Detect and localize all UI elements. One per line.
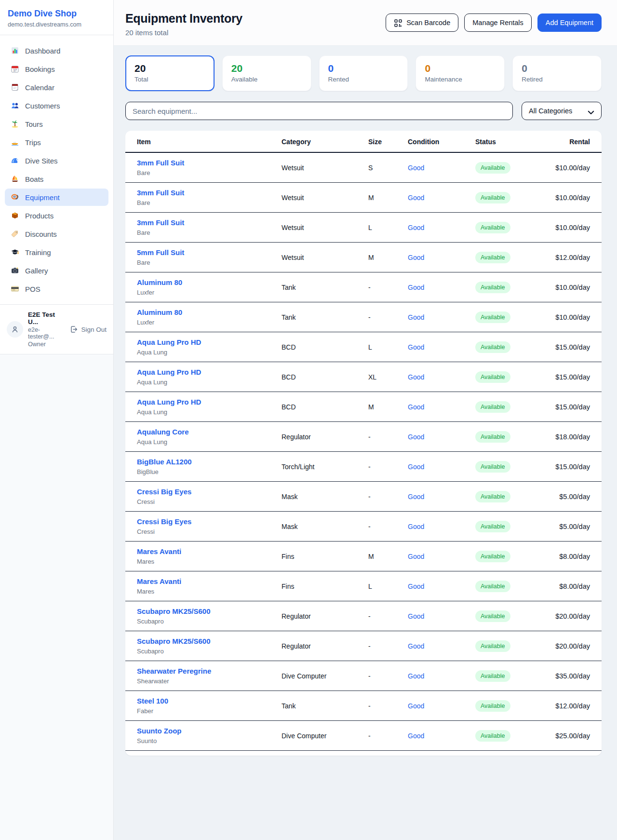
item-link[interactable]: Scubapro MK25/S600: [137, 607, 211, 615]
status-badge: Available: [475, 282, 510, 293]
bookings-calendar-icon: 17: [11, 65, 19, 73]
item-link[interactable]: Aluminum 80: [137, 308, 182, 316]
sidebar-item-discounts[interactable]: Discounts: [5, 225, 108, 243]
sidebar-nav: Dashboard 17 Bookings Calendar Customers…: [0, 35, 113, 304]
item-link[interactable]: Mares Avanti: [137, 547, 181, 555]
item-condition-link[interactable]: Good: [408, 463, 424, 471]
item-link[interactable]: Steel 100: [137, 697, 168, 705]
table-row: Suunto Zoop Suunto Dive Computer - Good …: [125, 721, 602, 751]
item-condition-link[interactable]: Good: [408, 702, 424, 710]
stat-card-retired[interactable]: 0 Retired: [512, 55, 602, 91]
barcode-scan-icon: [394, 19, 402, 27]
item-link[interactable]: 5mm Full Suit: [137, 248, 184, 257]
item-size: -: [368, 702, 408, 710]
sidebar-item-products[interactable]: Products: [5, 207, 108, 224]
category-selected-value: All Categories: [529, 107, 572, 115]
item-link[interactable]: 3mm Full Suit: [137, 218, 184, 227]
sidebar-item-bookings[interactable]: 17 Bookings: [5, 60, 108, 78]
item-condition-link[interactable]: Good: [408, 164, 424, 172]
item-link[interactable]: Mares Avanti: [137, 577, 181, 585]
item-condition-link[interactable]: Good: [408, 313, 424, 321]
item-brand: Cressi: [137, 528, 282, 535]
item-condition-link[interactable]: Good: [408, 343, 424, 351]
table-header-row: Item Category Size Condition Status Rent…: [125, 131, 602, 153]
item-size: -: [368, 463, 408, 471]
stat-card-available[interactable]: 20 Available: [222, 55, 311, 91]
item-condition-link[interactable]: Good: [408, 642, 424, 650]
item-link[interactable]: 3mm Full Suit: [137, 159, 184, 167]
item-condition-link[interactable]: Good: [408, 553, 424, 560]
sidebar-item-pos[interactable]: POS: [5, 280, 108, 298]
palm-tree-icon: [11, 120, 19, 128]
item-brand: Luxfer: [137, 319, 282, 326]
stat-card-rented[interactable]: 0 Rented: [319, 55, 408, 91]
stat-card-maintenance[interactable]: 0 Maintenance: [416, 55, 505, 91]
table-row: Aqualung Core Aqua Lung Regulator - Good…: [125, 422, 602, 452]
shop-name[interactable]: Demo Dive Shop: [8, 9, 106, 19]
sidebar-item-gallery[interactable]: Gallery: [5, 262, 108, 279]
table-row: Aluminum 80 Luxfer Tank - Good Available…: [125, 272, 602, 302]
table-row: Scubapro MK25/S600 Scubapro Regulator - …: [125, 631, 602, 661]
search-input[interactable]: [125, 102, 513, 120]
sidebar-item-dashboard[interactable]: Dashboard: [5, 42, 108, 59]
status-badge: Available: [475, 551, 510, 562]
scan-barcode-label: Scan Barcode: [406, 19, 450, 27]
item-brand: Aqua Lung: [137, 408, 282, 416]
item-condition-link[interactable]: Good: [408, 433, 424, 441]
sidebar-item-dive-sites[interactable]: Dive Sites: [5, 152, 108, 169]
item-condition-link[interactable]: Good: [408, 194, 424, 202]
stat-card-total[interactable]: 20 Total: [125, 55, 215, 91]
item-link[interactable]: Shearwater Peregrine: [137, 667, 211, 675]
item-link[interactable]: Scubapro MK25/S600: [137, 637, 211, 645]
item-rental: $20.00/day: [548, 612, 590, 620]
scan-barcode-button[interactable]: Scan Barcode: [386, 14, 458, 32]
item-condition-link[interactable]: Good: [408, 403, 424, 411]
item-condition-link[interactable]: Good: [408, 373, 424, 381]
add-equipment-button[interactable]: Add Equipment: [537, 14, 602, 32]
item-size: L: [368, 583, 408, 590]
sidebar-item-equipment[interactable]: Equipment: [5, 189, 108, 206]
item-link[interactable]: BigBlue AL1200: [137, 458, 192, 466]
item-condition-link[interactable]: Good: [408, 523, 424, 530]
item-condition-link[interactable]: Good: [408, 583, 424, 590]
item-brand: Bare: [137, 169, 282, 176]
manage-rentals-button[interactable]: Manage Rentals: [464, 14, 532, 32]
status-badge: Available: [475, 431, 510, 443]
item-rental: $10.00/day: [548, 194, 590, 202]
sidebar-item-training[interactable]: Training: [5, 244, 108, 261]
status-badge: Available: [475, 610, 510, 622]
item-link[interactable]: Aqua Lung Pro HD: [137, 338, 201, 346]
sidebar-item-label: Boats: [25, 175, 43, 183]
item-rental: $5.00/day: [548, 493, 590, 501]
item-condition-link[interactable]: Good: [408, 224, 424, 231]
item-condition-link[interactable]: Good: [408, 284, 424, 291]
item-link[interactable]: Cressi Big Eyes: [137, 517, 191, 526]
item-brand: Mares: [137, 558, 282, 565]
sidebar-item-label: POS: [25, 285, 40, 293]
item-condition-link[interactable]: Good: [408, 672, 424, 680]
sidebar-item-calendar[interactable]: Calendar: [5, 79, 108, 96]
sidebar-item-boats[interactable]: Boats: [5, 170, 108, 188]
stat-label: Available: [231, 76, 302, 83]
item-link[interactable]: Cressi Big Eyes: [137, 488, 191, 496]
item-condition-link[interactable]: Good: [408, 732, 424, 740]
item-condition-link[interactable]: Good: [408, 612, 424, 620]
item-link[interactable]: Aqua Lung Pro HD: [137, 368, 201, 376]
item-condition-link[interactable]: Good: [408, 254, 424, 261]
item-size: S: [368, 164, 408, 172]
item-link[interactable]: 3mm Full Suit: [137, 189, 184, 197]
item-link[interactable]: Aluminum 80: [137, 278, 182, 286]
item-link[interactable]: Aqua Lung Pro HD: [137, 398, 201, 406]
item-link[interactable]: Aqualung Core: [137, 428, 189, 436]
sidebar-item-trips[interactable]: Trips: [5, 134, 108, 151]
item-brand: Suunto: [137, 737, 282, 745]
table-row: Cressi Big Eyes Cressi Mask - Good Avail…: [125, 482, 602, 512]
item-condition-link[interactable]: Good: [408, 493, 424, 501]
sign-out-button[interactable]: Sign Out: [69, 325, 107, 334]
sidebar-item-tours[interactable]: Tours: [5, 115, 108, 133]
item-rental: $15.00/day: [548, 403, 590, 411]
item-rental: $15.00/day: [548, 343, 590, 351]
item-link[interactable]: Suunto Zoop: [137, 727, 181, 735]
sidebar-item-customers[interactable]: Customers: [5, 97, 108, 114]
category-select[interactable]: All Categories: [522, 102, 602, 120]
